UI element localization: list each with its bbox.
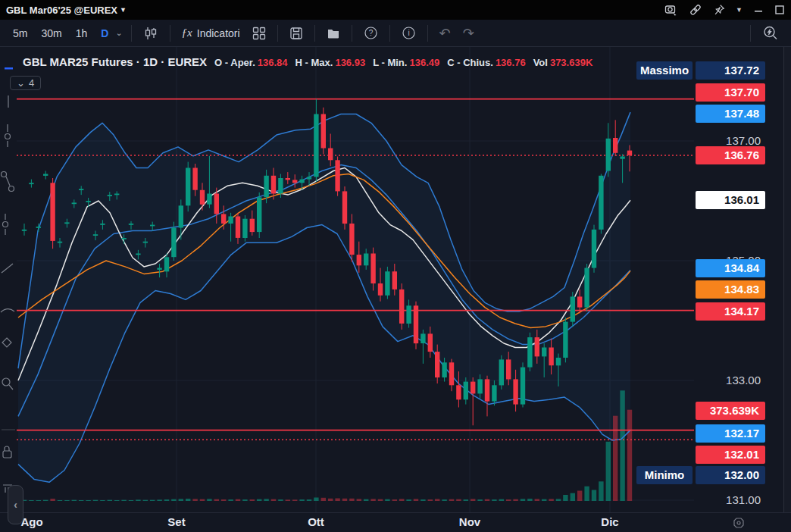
caret-down-icon: ▼ — [120, 6, 127, 14]
interval-button-5m[interactable]: 5m — [6, 20, 34, 46]
legend-symbol-title[interactable]: GBL MAR25 Futures · 1D · EUREX — [23, 55, 207, 68]
toolbar-divider — [170, 25, 170, 42]
price-label-137.72: 137.72 — [696, 61, 765, 80]
price-label-134.83: 134.83 — [696, 280, 765, 299]
minimize-icon[interactable] — [753, 5, 764, 15]
legend-open-value: 136.84 — [258, 57, 288, 68]
redo-icon: ↷ — [463, 27, 474, 40]
toolbar-divider — [750, 25, 751, 42]
interval-button-1d[interactable]: D — [94, 20, 115, 46]
undo-icon: ↶ — [439, 27, 451, 40]
time-label-Nov: Nov — [459, 515, 480, 528]
legend-close: C - Chius.136.76 — [447, 57, 525, 68]
price-label-132.17: 132.17 — [696, 424, 765, 443]
info-icon: i — [402, 26, 416, 40]
time-label-Set: Set — [167, 515, 185, 528]
toolbar-divider — [314, 25, 315, 42]
time-label-Ott: Ott — [308, 515, 324, 528]
link-icon[interactable] — [689, 3, 702, 17]
toolbar-divider — [352, 25, 352, 42]
chart-region: GBL MAR25 Futures · 1D · EUREX O - Aper.… — [0, 47, 791, 512]
legend-volume-value: 373.639K — [550, 57, 592, 68]
price-label-136.76: 136.76 — [696, 146, 765, 164]
undo-button[interactable]: ↶ — [433, 20, 457, 46]
price-tick: 131.00 — [696, 493, 765, 506]
toolbar-divider — [389, 25, 390, 42]
time-axis[interactable]: AgoSetOttNovDic — [0, 512, 791, 532]
legend-low: L - Min.136.49 — [373, 57, 439, 68]
app-window: GBL Mar06'25 @EUREX ▼ — [0, 0, 791, 532]
svg-text:i: i — [408, 29, 409, 37]
price-label-tag-Minimo: Minimo — [636, 466, 693, 484]
maximize-icon[interactable] — [774, 5, 785, 15]
collapsed-indicators-count: 4 — [29, 77, 34, 89]
indicators-button[interactable]: ƒx Indicatori — [176, 20, 246, 46]
help-icon: ? — [364, 26, 378, 40]
price-label-134.17: 134.17 — [696, 302, 765, 321]
drawing-toolbar[interactable] — [0, 47, 17, 512]
legend-close-value: 136.76 — [496, 57, 526, 68]
save-icon — [289, 27, 303, 40]
info-button[interactable]: i — [396, 20, 422, 46]
price-label-137.70: 137.70 — [696, 83, 765, 102]
legend-high: H - Max.136.93 — [295, 57, 366, 68]
layout-grid-button[interactable] — [246, 20, 272, 46]
indicators-label: Indicatori — [197, 27, 240, 39]
legend-volume: Vol373.639K — [533, 57, 593, 68]
snapshot-icon[interactable] — [664, 3, 678, 17]
toolbar-divider — [131, 25, 132, 42]
axis-settings-icon[interactable] — [732, 516, 746, 532]
help-button[interactable]: ? — [358, 20, 384, 46]
panel-edge — [783, 47, 791, 532]
quick-search-button[interactable] — [756, 20, 785, 46]
price-tick: 137.00 — [696, 134, 765, 147]
price-label-132.01: 132.01 — [696, 446, 765, 464]
interval-button-1h[interactable]: 1h — [69, 20, 95, 46]
time-label-Ago: Ago — [20, 515, 42, 528]
symbol-title-text: GBL Mar06'25 @EUREX — [6, 5, 117, 16]
symbol-title-button[interactable]: GBL Mar06'25 @EUREX ▼ — [6, 5, 127, 16]
chevron-left-icon: ‹ — [14, 499, 17, 511]
caret-down-icon[interactable]: ▼ — [736, 6, 743, 14]
chevron-down-icon: ⌄ — [17, 77, 25, 89]
price-label-132.00: 132.00 — [696, 466, 765, 484]
candles-style-button[interactable] — [137, 20, 164, 46]
toolbar-divider — [427, 25, 428, 42]
folder-icon — [327, 27, 340, 40]
save-button[interactable] — [283, 20, 309, 46]
price-label-137.48: 137.48 — [696, 105, 765, 123]
pin-icon[interactable] — [713, 4, 725, 16]
price-axis[interactable]: 137.00135.00133.00131.00137.72Massimo137… — [694, 47, 783, 512]
price-label-tag-Massimo: Massimo — [636, 61, 693, 80]
toolbar-divider — [277, 25, 278, 42]
interval-dropdown-caret[interactable]: ⌄ — [115, 28, 122, 38]
chart-toolbar: 5m 30m 1h D ⌄ ƒx Indicatori — [0, 20, 791, 47]
legend-open: O - Aper.136.84 — [214, 57, 287, 68]
time-label-Dic: Dic — [601, 515, 618, 528]
legend-high-value: 136.93 — [335, 57, 365, 68]
candles-icon — [143, 26, 158, 41]
price-tick: 133.00 — [696, 374, 765, 386]
title-bar: GBL Mar06'25 @EUREX ▼ — [0, 0, 791, 20]
fx-icon: ƒx — [182, 27, 192, 39]
collapsed-indicators-chip[interactable]: ⌄ 4 — [10, 76, 41, 90]
layout-grid-icon — [252, 27, 266, 40]
redo-button[interactable]: ↷ — [457, 20, 480, 46]
sidebar-collapse-handle[interactable]: ‹ — [8, 485, 23, 524]
flash-search-icon — [762, 25, 779, 42]
price-label-134.84: 134.84 — [696, 259, 765, 277]
legend-low-value: 136.49 — [409, 57, 439, 68]
chart-canvas[interactable] — [17, 47, 694, 512]
drawing-tool-icons — [0, 47, 17, 512]
svg-text:?: ? — [368, 29, 373, 37]
price-label-373.639K: 373.639K — [696, 402, 765, 420]
chart-legend: GBL MAR25 Futures · 1D · EUREX O - Aper.… — [23, 55, 592, 68]
interval-button-30m[interactable]: 30m — [34, 20, 68, 46]
open-layout-button[interactable] — [320, 20, 346, 46]
price-label-136.01: 136.01 — [696, 191, 765, 209]
